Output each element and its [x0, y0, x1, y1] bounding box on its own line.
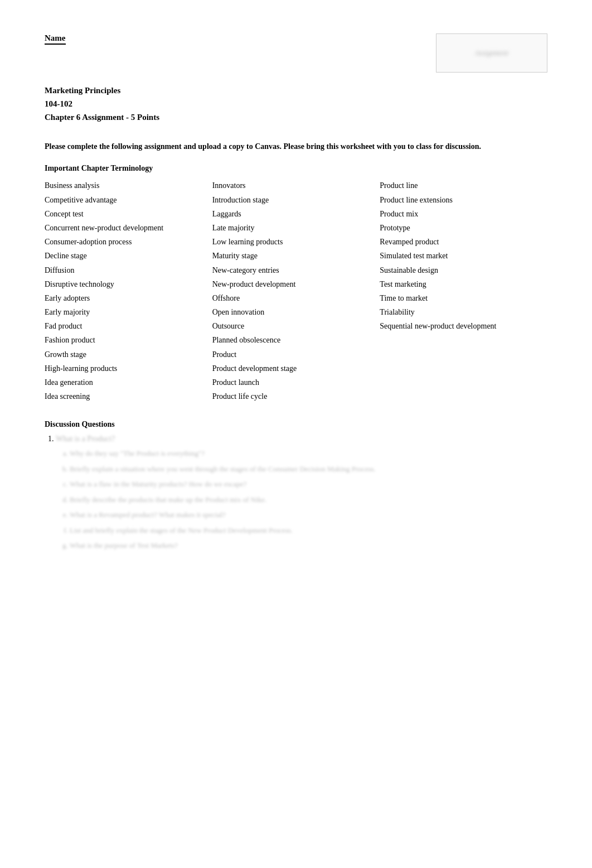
term-item: Product launch: [212, 375, 380, 389]
term-item: Fashion product: [45, 333, 212, 347]
term-item: Concept test: [45, 207, 212, 221]
term-item: Introduction stage: [212, 193, 380, 207]
sub-question-item: What is a Revamped product? What makes i…: [70, 509, 547, 520]
term-item: Decline stage: [45, 249, 212, 263]
term-item: Open innovation: [212, 305, 380, 319]
sub-question-item: List and briefly explain the stages of t…: [70, 525, 547, 536]
name-section: Name: [45, 33, 66, 43]
sub-question-item: Briefly describe the products that make …: [70, 494, 547, 505]
assignment-box: Assignment: [436, 33, 547, 73]
term-item: Product line extensions: [380, 193, 547, 207]
term-item: Prototype: [380, 221, 547, 235]
term-item: Early adopters: [45, 291, 212, 305]
term-item: Product line: [380, 179, 547, 192]
term-item: Laggards: [212, 207, 380, 221]
term-item: Maturity stage: [212, 249, 380, 263]
term-item: Innovators: [212, 179, 380, 192]
terminology-title: Important Chapter Terminology: [45, 164, 547, 173]
course-chapter: Chapter 6 Assignment - 5 Points: [45, 110, 547, 124]
terminology-col3: Product lineProduct line extensionsProdu…: [380, 179, 547, 403]
term-item: Product: [212, 348, 380, 361]
term-item: Diffusion: [45, 263, 212, 277]
term-item: Business analysis: [45, 179, 212, 192]
term-item: Trialability: [380, 305, 547, 319]
question-main-text: What is a Product?: [56, 435, 547, 443]
term-item: Offshore: [212, 291, 380, 305]
course-title: Marketing Principles: [45, 84, 547, 97]
term-item: Product life cycle: [212, 389, 380, 403]
term-item: Product mix: [380, 207, 547, 221]
term-item: High-learning products: [45, 361, 212, 375]
term-item: Revamped product: [380, 235, 547, 249]
term-item: Outsource: [212, 319, 380, 333]
term-item: New-product development: [212, 277, 380, 291]
term-item: Idea generation: [45, 375, 212, 389]
term-item: Time to market: [380, 291, 547, 305]
instructions-text: Please complete the following assignment…: [45, 141, 502, 153]
terminology-section: Important Chapter Terminology Business a…: [45, 164, 547, 403]
term-item: Growth stage: [45, 348, 212, 361]
term-item: Sustainable design: [380, 263, 547, 277]
sub-question-item: What is a flaw in the Maturity products?…: [70, 479, 547, 490]
discussion-list: What is a Product?Why do they say "The P…: [56, 435, 547, 551]
terminology-col2: InnovatorsIntroduction stageLaggardsLate…: [212, 179, 380, 403]
page-header: Name Assignment: [45, 33, 547, 73]
term-item: Late majority: [212, 221, 380, 235]
discussion-question: What is a Product?Why do they say "The P…: [56, 435, 547, 551]
term-item: New-category entries: [212, 263, 380, 277]
term-item: Low learning products: [212, 235, 380, 249]
term-item: Sequential new-product development: [380, 319, 547, 333]
term-item: Test marketing: [380, 277, 547, 291]
term-item: Disruptive technology: [45, 277, 212, 291]
term-item: Early majority: [45, 305, 212, 319]
term-item: Consumer-adoption process: [45, 235, 212, 249]
terminology-grid: Business analysisCompetitive advantageCo…: [45, 179, 547, 403]
discussion-title: Discussion Questions: [45, 420, 547, 429]
terminology-col1: Business analysisCompetitive advantageCo…: [45, 179, 212, 403]
term-item: Simulated test market: [380, 249, 547, 263]
name-label: Name: [45, 33, 66, 45]
term-item: Competitive advantage: [45, 193, 212, 207]
sub-question-item: Why do they say "The Product is everythi…: [70, 448, 547, 459]
course-code: 104-102: [45, 97, 547, 110]
assignment-box-text: Assignment: [475, 49, 508, 57]
term-item: Planned obsolescence: [212, 333, 380, 347]
term-item: Product development stage: [212, 361, 380, 375]
discussion-section: Discussion Questions What is a Product?W…: [45, 420, 547, 551]
term-item: Idea screening: [45, 389, 212, 403]
sub-question-list: Why do they say "The Product is everythi…: [70, 448, 547, 551]
sub-question-item: Briefly explain a situation where you we…: [70, 464, 547, 475]
course-info: Marketing Principles 104-102 Chapter 6 A…: [45, 84, 547, 124]
term-item: Fad product: [45, 319, 212, 333]
term-item: Concurrent new-product development: [45, 221, 212, 235]
sub-question-item: What is the purpose of Test Markets?: [70, 540, 547, 551]
